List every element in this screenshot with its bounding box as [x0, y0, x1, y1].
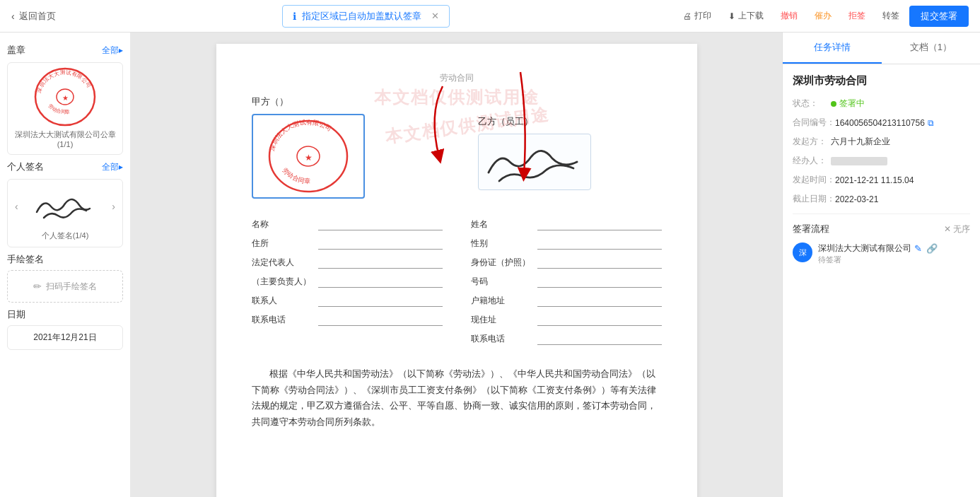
svg-text:劳动合同章: 劳动合同章	[281, 166, 310, 185]
id-label: 身份证（护照）	[471, 257, 535, 269]
field-id-num: 号码	[471, 276, 662, 288]
status-value: 签署中	[831, 98, 970, 110]
left-sidebar: 盖章 全部▸ ★ 深圳法大大测试有限公司	[0, 33, 131, 497]
sign-prev-button[interactable]: ‹	[13, 199, 20, 214]
date-value-box[interactable]: 2021年12月21日	[7, 325, 123, 350]
sign-next-button[interactable]: ›	[110, 199, 117, 214]
main-rep-label: （主要负责人）	[252, 276, 315, 288]
company-seal-card[interactable]: ★ 深圳法大大测试有限公司 劳动合同章 深圳法大大测试有限公司公章(1/1)	[7, 62, 123, 155]
date-section-label: 日期	[7, 308, 123, 321]
seal-all-link[interactable]: 全部▸	[102, 45, 123, 57]
doc-paragraph: 根据《中华人民共和国劳动法》（以下简称《劳动法》）、《中华人民共和国劳动合同法》…	[252, 366, 662, 430]
doc-header-small: 劳动合同	[252, 72, 662, 84]
party-a-seal-box[interactable]: ★ 深圳法大大测试有限公司 劳动合同章	[252, 114, 365, 199]
gender-label: 性别	[471, 238, 535, 250]
flow-item-1: 深 深圳法大大测试有限公司 ✎ 🔗 待签署	[793, 242, 970, 265]
right-tabs: 任务详情 文档（1）	[783, 33, 980, 64]
current-addr-label: 现住址	[471, 314, 535, 326]
urge-button[interactable]: 催办	[807, 6, 839, 25]
print-button[interactable]: 🖨 打印	[676, 6, 718, 25]
status-text: 签署中	[839, 98, 865, 110]
notification-area: ℹ 指定区域已自动加盖默认签章 ✕	[282, 5, 450, 28]
phone-line	[318, 314, 443, 326]
sender-value: 六月十九新企业	[831, 136, 970, 148]
form-fields-row: 名称 住所 法定代表人 （主要负责人）	[252, 218, 662, 352]
employee-sign-box[interactable]	[478, 134, 591, 190]
copy-icon[interactable]: ⧉	[928, 118, 934, 128]
transfer-button[interactable]: 转签	[875, 6, 906, 25]
flow-section-header: 签署流程 ✕ 无序	[793, 223, 970, 235]
doc-content-text: 根据《中华人民共和国劳动法》（以下简称《劳动法》）、《中华人民共和国劳动合同法》…	[252, 366, 662, 430]
status-row: 状态： 签署中	[793, 98, 970, 110]
field-surname: 姓名	[471, 218, 662, 230]
flow-company-name: 深圳法大大测试有限公司 ✎ 🔗	[818, 242, 970, 255]
id-line	[537, 257, 662, 269]
revoke-label: 撤销	[781, 10, 798, 22]
field-name: 名称	[252, 218, 443, 230]
handwrite-scan-button[interactable]: ✏ 扫码手绘签名	[7, 270, 123, 303]
handwrite-btn-label: 扫码手绘签名	[46, 281, 97, 293]
flow-edit-icon[interactable]: ✎	[914, 243, 922, 254]
reject-button[interactable]: 拒签	[841, 6, 873, 25]
contract-no-text: 164005650421311075​6	[835, 118, 925, 128]
deadline-label: 截止日期：	[793, 193, 835, 205]
contract-no-value: 164005650421311075​6 ⧉	[835, 117, 970, 129]
flow-avatar: 深	[793, 242, 812, 262]
gender-line	[537, 238, 662, 250]
contact-line	[318, 295, 443, 307]
deadline-row: 截止日期： 2022-03-21	[793, 193, 970, 205]
info-icon: ℹ	[293, 11, 296, 22]
personal-sign-label: 个人签名	[7, 160, 44, 173]
handler-blurred	[831, 157, 887, 165]
flow-title: 签署流程	[793, 223, 829, 235]
party-a-seal-svg: ★ 深圳法大大测试有限公司 劳动合同章	[262, 117, 354, 195]
company-seal-svg: ★ 深圳法大大测试有限公司 劳动合同章	[33, 66, 97, 128]
urge-label: 催办	[815, 10, 832, 22]
employee-sign-svg	[482, 137, 588, 187]
personal-sign-card[interactable]: ‹ › 个人签名(1/4)	[7, 179, 123, 247]
id-num-label: 号码	[471, 276, 535, 288]
download-button[interactable]: ⬇ 上下载	[721, 6, 771, 25]
sign-row: 甲方（） ★ 深圳法大大测试有限公司	[252, 95, 662, 201]
sign-image-area	[20, 185, 111, 228]
surname-line	[537, 218, 662, 230]
notification-bar: ℹ 指定区域已自动加盖默认签章 ✕	[282, 5, 450, 28]
send-time-value: 2021-12-21 11.15.04	[835, 174, 970, 186]
name-label: 名称	[252, 218, 315, 230]
print-label: 打印	[694, 10, 711, 22]
sender-row: 发起方： 六月十九新企业	[793, 136, 970, 148]
name-line	[318, 218, 443, 230]
seal-section-header: 盖章 全部▸	[7, 44, 123, 57]
toolbar-actions: 🖨 打印 ⬇ 上下载 撤销 催办 拒签 转签 提交签署	[676, 6, 969, 27]
back-label: 返回首页	[19, 10, 56, 23]
handler-value	[831, 155, 970, 167]
seal-section-label: 盖章	[7, 44, 25, 57]
legal-rep-line	[318, 257, 443, 269]
main-rep-line	[318, 276, 443, 288]
submit-button[interactable]: 提交签署	[909, 6, 969, 27]
tab-task-details[interactable]: 任务详情	[783, 33, 882, 64]
field-residence: 户籍地址	[471, 295, 662, 307]
revoke-button[interactable]: 撤销	[774, 6, 805, 25]
field-contact: 联系人	[252, 295, 443, 307]
print-icon: 🖨	[683, 11, 692, 21]
notification-close[interactable]: ✕	[431, 11, 439, 21]
address-line	[318, 238, 443, 250]
tab-documents[interactable]: 文档（1）	[882, 33, 981, 64]
field-current-addr: 现住址	[471, 314, 662, 326]
status-dot-icon	[831, 101, 836, 107]
document-area: 本文档仅供测试用途 本文档仅供测试用途 劳动合同	[131, 33, 782, 497]
deadline-value: 2022-03-21	[835, 193, 970, 205]
residence-label: 户籍地址	[471, 295, 535, 307]
flow-link-icon[interactable]: 🔗	[926, 243, 938, 254]
field-main-rep: （主要负责人）	[252, 276, 443, 288]
flow-hint: ✕ 无序	[944, 223, 970, 235]
contract-no-row: 合同编号： 164005650421311075​6 ⧉	[793, 117, 970, 129]
back-button[interactable]: ‹ 返回首页	[11, 10, 56, 23]
id-num-line	[537, 276, 662, 288]
panel-content: 深圳市劳动合同 状态： 签署中 合同编号： 164005650421311075…	[783, 64, 980, 279]
personal-sign-all-link[interactable]: 全部▸	[102, 161, 123, 173]
party-b: 乙方（员工）	[478, 95, 662, 193]
contract-title: 深圳市劳动合同	[793, 74, 970, 88]
back-arrow-icon: ‹	[11, 11, 15, 22]
